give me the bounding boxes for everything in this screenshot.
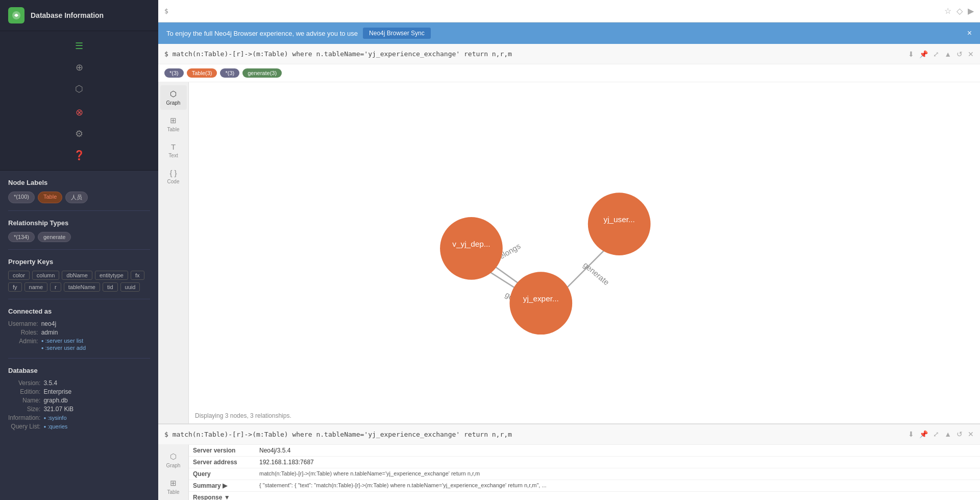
panel1-up-icon[interactable]: ▲ [944,50,951,58]
property-keys-container: color column dbName entitytype fx fy nam… [8,271,150,292]
db-name-value: graph.db [43,397,150,404]
panel1-tabs: ⬡ Graph ⊞ Table T Text { } Code [158,82,189,423]
graph-icon-1: ⬡ [170,89,177,99]
nav-error[interactable]: ⊗ [69,103,89,122]
info-row-query: Query match(n:Table)-[r]->(m:Table) wher… [189,468,980,480]
panel2-up-icon[interactable]: ▲ [944,430,951,438]
info-val-response [255,491,980,500]
panel2-close-icon[interactable]: ✕ [968,430,974,438]
db-version-value: 3.5.4 [43,379,150,387]
panel2-expand-icon[interactable]: ⤢ [933,430,939,438]
db-sysinfo-link[interactable]: :sysinfo [43,414,150,421]
top-bar-prompt: $ [164,7,168,15]
info-row-server-address: Server address 192.168.1.183:7687 [189,456,980,468]
tab-code-1[interactable]: { } Code [160,164,187,188]
divider-1 [8,210,150,211]
db-queries-link[interactable]: :queries [43,423,150,430]
graph-icon-2: ⬡ [170,452,177,461]
prop-fy[interactable]: fy [8,282,22,292]
tab-table-2[interactable]: ⊞ Table [160,474,187,499]
prop-uuid[interactable]: uuid [120,282,140,292]
prop-column[interactable]: column [32,271,59,280]
property-keys-title: Property Keys [8,258,150,266]
panel1-pin-icon[interactable]: 📌 [919,50,928,58]
result-tag-all-2[interactable]: *(3) [220,68,239,78]
nav-query[interactable]: ⬡ [69,79,89,99]
admin-link-add[interactable]: :server user add [41,345,150,351]
prop-tablename[interactable]: tableName [64,282,100,292]
table-icon-1: ⊞ [170,116,177,125]
panel1-result-tags: *(3) Table(3) *(3) generate(3) [158,64,980,82]
panel2-download-icon[interactable]: ⬇ [908,430,914,438]
tab-graph-2[interactable]: ⬡ Graph [160,448,187,472]
admin-links: :server user list :server user add [41,338,150,351]
nav-home[interactable]: ☰ [69,36,89,56]
divider-3 [8,299,150,299]
info-key-summary[interactable]: Summary ▶ [189,480,255,491]
prop-entitytype[interactable]: entitytype [95,271,128,280]
tab-graph-1[interactable]: ⬡ Graph [160,85,187,110]
star-icon[interactable]: ☆ [944,6,951,16]
info-val-query: match(n:Table)-[r]->(m:Table) where n.ta… [255,468,980,480]
tab-table-label-2: Table [167,489,180,495]
top-bar-input[interactable] [173,7,940,15]
banner-close-button[interactable]: × [967,29,972,38]
username-value: neo4j [41,320,150,327]
db-info-label: Information: [8,414,40,421]
nav-settings[interactable]: ⚙ [69,124,89,144]
panel2-refresh-icon[interactable]: ↺ [957,430,963,438]
info-key-server-version: Server version [189,445,255,457]
panels-container: $ match(n:Table)-[r]->(m:Table) where n.… [158,44,980,500]
result-tag-all-1[interactable]: *(3) [164,68,184,78]
nav-help[interactable]: ❓ [69,146,89,165]
panel1-refresh-icon[interactable]: ↺ [957,50,963,58]
tab-text-1[interactable]: T Text [160,138,187,162]
prop-tid[interactable]: tid [103,282,118,292]
prop-r[interactable]: r [50,282,61,292]
bookmark-icon[interactable]: ◇ [957,6,963,16]
nav-search[interactable]: ⊕ [69,58,89,77]
sidebar-content: Node Labels *(100) Table 人员 Relationship… [0,171,158,500]
browser-sync-button[interactable]: Neo4j Browser Sync [363,28,431,39]
banner-text: To enjoy the full Neo4j Browser experien… [166,30,358,37]
panel1-close-icon[interactable]: ✕ [968,50,974,58]
rel-type-generate[interactable]: generate [38,232,71,242]
node-label-table[interactable]: Table [38,192,62,203]
graph-bg [193,87,976,418]
rel-type-all[interactable]: *(134) [8,232,35,242]
node-label-all[interactable]: *(100) [8,192,35,203]
tab-table-1[interactable]: ⊞ Table [160,112,187,136]
run-icon[interactable]: ▶ [968,6,974,16]
db-name-label: Name: [8,397,40,404]
panel2-query-text: $ match(n:Table)-[r]->(m:Table) where n.… [164,431,908,438]
result-tag-generate[interactable]: generate(3) [242,68,282,78]
panel1-download-icon[interactable]: ⬇ [908,50,914,58]
admin-link-list[interactable]: :server user list [41,338,150,344]
prop-color[interactable]: color [8,271,30,280]
db-size-value: 321.07 KiB [43,406,150,413]
info-key-response[interactable]: Response ▼ [189,491,255,500]
prop-name[interactable]: name [24,282,48,292]
result-tag-table[interactable]: Table(3) [187,68,217,78]
banner-left: To enjoy the full Neo4j Browser experien… [166,28,431,39]
connected-as-title: Connected as [8,307,150,315]
node-v-yj-dep[interactable] [440,217,503,280]
admin-label: Admin: [8,338,38,351]
panel2-actions: ⬇ 📌 ⤢ ▲ ↺ ✕ [908,430,974,438]
prop-fx[interactable]: fx [131,271,144,280]
panel2-pin-icon[interactable]: 📌 [919,430,928,438]
node-yj-exper[interactable] [509,272,572,335]
info-row-response: Response ▼ [189,491,980,500]
node-yj-user[interactable] [588,193,651,255]
sidebar: Database Information ☰ ⊕ ⬡ ⊗ ⚙ ❓ Node La… [0,0,158,500]
table-icon-2: ⊞ [170,479,177,488]
info-row-summary: Summary ▶ { "statement": { "text": "matc… [189,480,980,491]
panel1-query-bar: $ match(n:Table)-[r]->(m:Table) where n.… [158,44,980,64]
panel1-expand-icon[interactable]: ⤢ [933,50,939,58]
node-labels-title: Node Labels [8,179,150,186]
panel-1: $ match(n:Table)-[r]->(m:Table) where n.… [158,44,980,424]
relationship-types-title: Relationship Types [8,219,150,227]
prop-dbname[interactable]: dbName [62,271,92,280]
panel2-code-content: Server version Neo4j/3.5.4 Server addres… [189,445,980,500]
node-label-person[interactable]: 人员 [65,192,88,203]
